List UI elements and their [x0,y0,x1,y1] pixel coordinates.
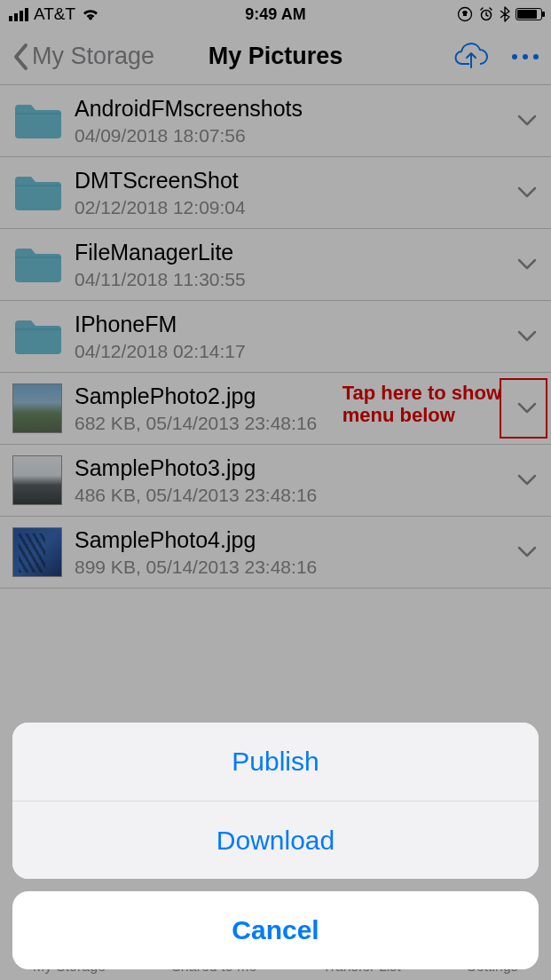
item-name: DMTScreenShot [75,168,516,194]
folder-icon [12,312,62,361]
signal-icon [9,8,28,21]
wifi-icon [81,7,100,21]
list-item[interactable]: IPhoneFM04/12/2018 02:14:17 [0,301,551,373]
list-item-text: IPhoneFM04/12/2018 02:14:17 [75,312,516,362]
chevron-down-icon[interactable] [516,253,539,276]
status-bar: AT&T 9:49 AM [0,0,551,28]
upload-button[interactable] [452,41,489,73]
chevron-down-icon[interactable] [516,325,539,348]
list-item[interactable]: FileManagerLite04/11/2018 11:30:55 [0,229,551,301]
item-meta: 04/11/2018 11:30:55 [75,269,516,290]
back-label: My Storage [32,43,154,70]
item-meta: 899 KB, 05/14/2013 23:48:16 [75,557,516,578]
folder-icon [12,240,62,289]
annotation-text: Tap here to showmenu below [342,382,501,427]
nav-bar: My Storage My Pictures [0,28,551,85]
list-item[interactable]: AndroidFMscreenshots04/09/2018 18:07:56 [0,85,551,157]
photo-thumbnail [12,383,62,433]
item-meta: 04/09/2018 18:07:56 [75,125,516,146]
cancel-button[interactable]: Cancel [12,891,539,969]
item-name: FileManagerLite [75,240,516,265]
list-item-text: DMTScreenShot02/12/2018 12:09:04 [75,168,516,218]
annotation-highlight-box [500,378,547,439]
orientation-lock-icon [457,6,473,22]
item-meta: 02/12/2018 12:09:04 [75,197,516,218]
folder-icon [12,96,62,146]
folder-icon [12,168,62,217]
download-button[interactable]: Download [12,801,539,879]
publish-button[interactable]: Publish [12,723,539,801]
chevron-left-icon [12,43,30,71]
file-list: AndroidFMscreenshots04/09/2018 18:07:56D… [0,85,551,589]
bluetooth-icon [500,6,510,22]
item-meta: 04/12/2018 02:14:17 [75,341,516,362]
item-name: SamplePhoto4.jpg [75,527,516,553]
item-name: SamplePhoto3.jpg [75,455,516,481]
cloud-upload-icon [452,41,489,69]
list-item-text: SamplePhoto4.jpg899 KB, 05/14/2013 23:48… [75,527,516,578]
photo-thumbnail [12,527,62,577]
chevron-down-icon[interactable] [516,181,539,204]
chevron-down-icon[interactable] [516,109,539,132]
item-meta: 486 KB, 05/14/2013 23:48:16 [75,485,516,506]
alarm-icon [478,6,494,22]
item-name: IPhoneFM [75,312,516,337]
list-item-text: FileManagerLite04/11/2018 11:30:55 [75,240,516,290]
more-button[interactable] [512,54,539,59]
item-name: AndroidFMscreenshots [75,96,516,122]
list-item[interactable]: SamplePhoto2.jpg682 KB, 05/14/2013 23:48… [0,373,551,445]
chevron-down-icon[interactable] [516,469,539,492]
list-item-text: SamplePhoto3.jpg486 KB, 05/14/2013 23:48… [75,455,516,506]
list-item[interactable]: SamplePhoto4.jpg899 KB, 05/14/2013 23:48… [0,517,551,589]
battery-icon [516,8,542,20]
page-title: My Pictures [209,43,343,70]
carrier-label: AT&T [34,4,75,24]
list-item[interactable]: SamplePhoto3.jpg486 KB, 05/14/2013 23:48… [0,445,551,517]
back-button[interactable]: My Storage [12,43,154,71]
list-item-text: AndroidFMscreenshots04/09/2018 18:07:56 [75,96,516,146]
list-item[interactable]: DMTScreenShot02/12/2018 12:09:04 [0,157,551,229]
clock-label: 9:49 AM [245,5,305,24]
action-sheet: Publish Download Cancel [12,723,539,969]
chevron-down-icon[interactable] [516,541,539,564]
photo-thumbnail [12,455,62,505]
